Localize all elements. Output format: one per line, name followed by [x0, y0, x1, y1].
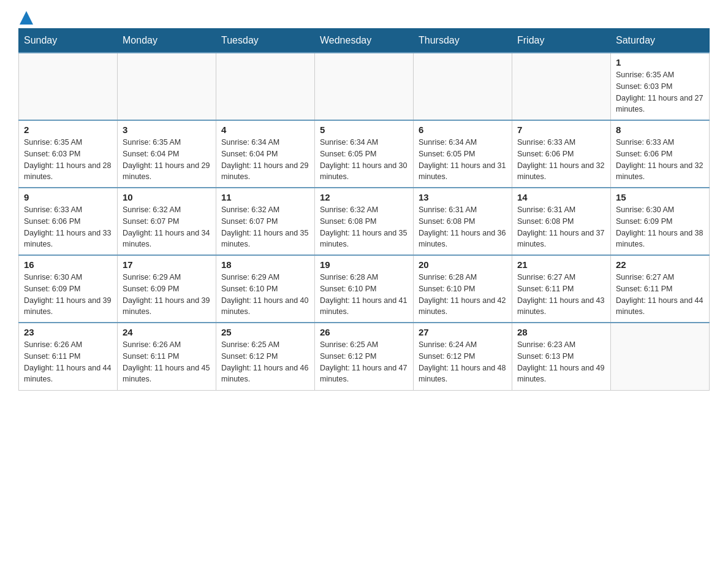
day-cell: 23Sunrise: 6:26 AMSunset: 6:11 PMDayligh…: [19, 323, 118, 390]
day-number: 28: [517, 327, 605, 337]
day-cell: 24Sunrise: 6:26 AMSunset: 6:11 PMDayligh…: [118, 323, 216, 390]
day-info: Sunrise: 6:34 AMSunset: 6:05 PMDaylight:…: [320, 137, 408, 183]
day-number: 18: [221, 259, 309, 270]
day-info: Sunrise: 6:30 AMSunset: 6:09 PMDaylight:…: [24, 272, 112, 318]
day-cell: 4Sunrise: 6:34 AMSunset: 6:04 PMDaylight…: [216, 120, 315, 188]
day-number: 26: [320, 327, 408, 337]
day-cell: 25Sunrise: 6:25 AMSunset: 6:12 PMDayligh…: [216, 323, 315, 390]
day-number: 1: [616, 57, 704, 67]
weekday-header-tuesday: Tuesday: [216, 29, 315, 53]
week-row-5: 23Sunrise: 6:26 AMSunset: 6:11 PMDayligh…: [19, 323, 710, 390]
day-number: 27: [419, 327, 507, 337]
day-cell: [611, 323, 710, 390]
svg-marker-0: [20, 11, 33, 25]
day-info: Sunrise: 6:35 AMSunset: 6:03 PMDaylight:…: [616, 69, 704, 115]
day-number: 11: [221, 192, 309, 202]
logo-triangle-icon: [20, 11, 33, 25]
day-info: Sunrise: 6:32 AMSunset: 6:07 PMDaylight:…: [123, 204, 211, 250]
weekday-header-sunday: Sunday: [19, 29, 118, 53]
day-cell: 21Sunrise: 6:27 AMSunset: 6:11 PMDayligh…: [512, 255, 611, 323]
day-cell: 16Sunrise: 6:30 AMSunset: 6:09 PMDayligh…: [19, 255, 118, 323]
day-cell: [414, 53, 512, 120]
week-row-1: 1Sunrise: 6:35 AMSunset: 6:03 PMDaylight…: [19, 53, 710, 120]
day-info: Sunrise: 6:27 AMSunset: 6:11 PMDaylight:…: [517, 272, 605, 318]
day-number: 9: [24, 192, 112, 202]
day-cell: 5Sunrise: 6:34 AMSunset: 6:05 PMDaylight…: [315, 120, 414, 188]
day-info: Sunrise: 6:23 AMSunset: 6:13 PMDaylight:…: [517, 339, 605, 385]
week-row-3: 9Sunrise: 6:33 AMSunset: 6:06 PMDaylight…: [19, 188, 710, 255]
day-cell: 15Sunrise: 6:30 AMSunset: 6:09 PMDayligh…: [611, 188, 710, 255]
day-info: Sunrise: 6:35 AMSunset: 6:03 PMDaylight:…: [24, 137, 112, 183]
weekday-header-thursday: Thursday: [414, 29, 512, 53]
day-cell: [216, 53, 315, 120]
day-cell: 11Sunrise: 6:32 AMSunset: 6:07 PMDayligh…: [216, 188, 315, 255]
day-cell: 2Sunrise: 6:35 AMSunset: 6:03 PMDaylight…: [19, 120, 118, 188]
day-info: Sunrise: 6:33 AMSunset: 6:06 PMDaylight:…: [517, 137, 605, 183]
day-cell: 12Sunrise: 6:32 AMSunset: 6:08 PMDayligh…: [315, 188, 414, 255]
day-info: Sunrise: 6:25 AMSunset: 6:12 PMDaylight:…: [320, 339, 408, 385]
day-number: 3: [123, 124, 211, 135]
day-number: 14: [517, 192, 605, 202]
day-number: 24: [123, 327, 211, 337]
day-cell: 1Sunrise: 6:35 AMSunset: 6:03 PMDaylight…: [611, 53, 710, 120]
day-cell: [118, 53, 216, 120]
day-number: 8: [616, 124, 704, 135]
day-info: Sunrise: 6:29 AMSunset: 6:10 PMDaylight:…: [221, 272, 309, 318]
day-cell: [19, 53, 118, 120]
day-info: Sunrise: 6:35 AMSunset: 6:04 PMDaylight:…: [123, 137, 211, 183]
weekday-header-friday: Friday: [512, 29, 611, 53]
day-info: Sunrise: 6:33 AMSunset: 6:06 PMDaylight:…: [616, 137, 704, 183]
day-info: Sunrise: 6:34 AMSunset: 6:05 PMDaylight:…: [419, 137, 507, 183]
weekday-header-monday: Monday: [118, 29, 216, 53]
day-number: 15: [616, 192, 704, 202]
day-info: Sunrise: 6:28 AMSunset: 6:10 PMDaylight:…: [320, 272, 408, 318]
day-number: 5: [320, 124, 408, 135]
day-number: 25: [221, 327, 309, 337]
day-info: Sunrise: 6:31 AMSunset: 6:08 PMDaylight:…: [517, 204, 605, 250]
day-number: 22: [616, 259, 704, 270]
day-info: Sunrise: 6:27 AMSunset: 6:11 PMDaylight:…: [616, 272, 704, 318]
day-number: 16: [24, 259, 112, 270]
day-cell: [315, 53, 414, 120]
day-number: 19: [320, 259, 408, 270]
day-info: Sunrise: 6:29 AMSunset: 6:09 PMDaylight:…: [123, 272, 211, 318]
day-cell: 6Sunrise: 6:34 AMSunset: 6:05 PMDaylight…: [414, 120, 512, 188]
day-cell: 14Sunrise: 6:31 AMSunset: 6:08 PMDayligh…: [512, 188, 611, 255]
day-number: 12: [320, 192, 408, 202]
day-cell: 28Sunrise: 6:23 AMSunset: 6:13 PMDayligh…: [512, 323, 611, 390]
logo: [18, 12, 33, 22]
day-cell: 18Sunrise: 6:29 AMSunset: 6:10 PMDayligh…: [216, 255, 315, 323]
page-header: [18, 12, 710, 22]
weekday-header-row: SundayMondayTuesdayWednesdayThursdayFrid…: [19, 29, 710, 53]
weekday-header-saturday: Saturday: [611, 29, 710, 53]
day-cell: 20Sunrise: 6:28 AMSunset: 6:10 PMDayligh…: [414, 255, 512, 323]
day-info: Sunrise: 6:31 AMSunset: 6:08 PMDaylight:…: [419, 204, 507, 250]
day-cell: 9Sunrise: 6:33 AMSunset: 6:06 PMDaylight…: [19, 188, 118, 255]
day-cell: 27Sunrise: 6:24 AMSunset: 6:12 PMDayligh…: [414, 323, 512, 390]
day-info: Sunrise: 6:32 AMSunset: 6:07 PMDaylight:…: [221, 204, 309, 250]
day-cell: 7Sunrise: 6:33 AMSunset: 6:06 PMDaylight…: [512, 120, 611, 188]
day-info: Sunrise: 6:24 AMSunset: 6:12 PMDaylight:…: [419, 339, 507, 385]
day-number: 4: [221, 124, 309, 135]
day-number: 23: [24, 327, 112, 337]
weekday-header-wednesday: Wednesday: [315, 29, 414, 53]
week-row-4: 16Sunrise: 6:30 AMSunset: 6:09 PMDayligh…: [19, 255, 710, 323]
day-info: Sunrise: 6:28 AMSunset: 6:10 PMDaylight:…: [419, 272, 507, 318]
day-number: 7: [517, 124, 605, 135]
day-number: 13: [419, 192, 507, 202]
day-info: Sunrise: 6:25 AMSunset: 6:12 PMDaylight:…: [221, 339, 309, 385]
day-cell: 26Sunrise: 6:25 AMSunset: 6:12 PMDayligh…: [315, 323, 414, 390]
calendar-table: SundayMondayTuesdayWednesdayThursdayFrid…: [18, 28, 710, 391]
day-cell: 3Sunrise: 6:35 AMSunset: 6:04 PMDaylight…: [118, 120, 216, 188]
day-cell: 19Sunrise: 6:28 AMSunset: 6:10 PMDayligh…: [315, 255, 414, 323]
day-number: 6: [419, 124, 507, 135]
day-cell: 22Sunrise: 6:27 AMSunset: 6:11 PMDayligh…: [611, 255, 710, 323]
day-number: 21: [517, 259, 605, 270]
day-info: Sunrise: 6:30 AMSunset: 6:09 PMDaylight:…: [616, 204, 704, 250]
day-number: 20: [419, 259, 507, 270]
day-cell: 8Sunrise: 6:33 AMSunset: 6:06 PMDaylight…: [611, 120, 710, 188]
day-cell: 17Sunrise: 6:29 AMSunset: 6:09 PMDayligh…: [118, 255, 216, 323]
day-info: Sunrise: 6:26 AMSunset: 6:11 PMDaylight:…: [24, 339, 112, 385]
day-info: Sunrise: 6:34 AMSunset: 6:04 PMDaylight:…: [221, 137, 309, 183]
day-number: 10: [123, 192, 211, 202]
